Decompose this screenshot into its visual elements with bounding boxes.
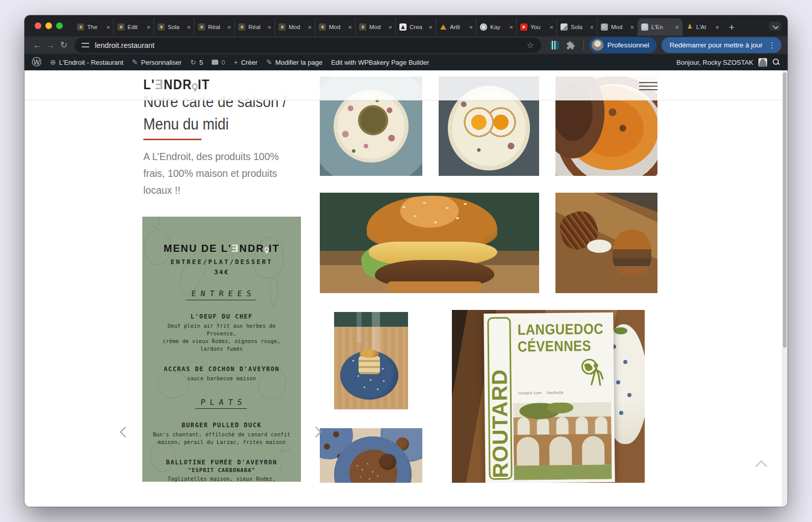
scroll-to-top-button[interactable] [755,460,768,469]
tab-label: Sola [571,24,582,30]
plats-section: PLATS [142,397,301,409]
pencil-icon: ✎ [266,58,272,66]
admin-new-content[interactable]: + Créer [234,58,258,66]
browser-tab[interactable]: Mod× [275,18,315,36]
browser-tab[interactable]: Mod× [597,18,638,36]
tab-close-icon[interactable]: × [308,23,312,31]
burger-bun-bottom-shape [387,281,482,292]
admin-comments[interactable]: 0 [212,59,225,66]
site-favicon-icon [319,23,326,31]
menu-card-subtitle: ENTREE/PLAT/DESSERT [142,258,301,266]
tab-close-icon[interactable]: × [549,23,553,31]
admin-site-menu[interactable]: ⊕ L'Endroit - Restaurant [50,58,123,66]
tab-close-icon[interactable]: × [388,23,392,31]
menu-card-price: 34€ [142,268,301,276]
pin-favicon-icon [601,23,608,31]
forward-button[interactable]: → [44,40,57,50]
close-window-button[interactable] [35,22,41,29]
tab-close-icon[interactable]: × [348,23,352,31]
extension-icon[interactable] [550,41,559,49]
site-settings-icon[interactable] [82,42,89,48]
intro-line: A L’Endroit, des produits 100% [143,148,279,165]
browser-tab[interactable]: Sola× [557,18,597,36]
restart-update-button[interactable]: Redémarrer pour mettre à jour ⋮ [662,37,781,53]
gallery-photo-burger-board[interactable] [555,193,657,293]
browser-tab[interactable]: Réal× [194,18,235,36]
carousel-next-arrow[interactable] [312,428,320,436]
tab-close-icon[interactable]: × [715,23,719,31]
admin-customize[interactable]: ✎ Personnaliser [132,58,182,66]
menu-card[interactable]: MENU DE L'ƎNDRIT ENTREE/PLAT/DESSERT 34€… [142,217,301,482]
carousel-prev-arrow[interactable] [121,428,129,436]
site-logo[interactable]: L'ƎNDRIT [143,77,210,93]
browser-tab[interactable]: Sola× [154,18,194,36]
browser-tab[interactable]: Crea× [396,18,436,36]
browser-tab[interactable]: Mod× [315,18,356,36]
routard-spine-text: ROUTARD [489,369,511,478]
menu-card-content: MENU DE L'ƎNDRIT ENTREE/PLAT/DESSERT 34€… [142,242,301,482]
routard-title-line2: CÉVENNES [518,337,604,355]
admin-wpbakery[interactable]: Edit with WPBakery Page Builder [331,59,429,66]
address-bar[interactable]: lendroit.restaurant ☆ [74,38,541,53]
tab-strip: The× Edit× Sola× Réal× Réal× Mod× Mod× M… [24,15,788,36]
card-title-pre: MENU DE L' [164,242,232,254]
browser-tab[interactable]: The× [73,18,114,36]
tab-close-icon[interactable]: × [675,23,679,31]
tab-close-icon[interactable]: × [146,23,150,31]
dish-description: Oeuf plein air frit aux herbes de Proven… [142,322,301,353]
tab-search-chevron-icon[interactable] [769,21,781,31]
admin-edit-page[interactable]: ✎ Modifier la page [266,58,322,66]
extensions-puzzle-icon[interactable] [566,41,575,50]
browser-tab[interactable]: Edit× [114,18,154,36]
reload-button[interactable]: ↻ [57,40,70,50]
admin-updates[interactable]: ↻ 5 [190,58,203,66]
browser-tab[interactable]: You× [517,18,557,36]
browser-menu-dots-icon[interactable]: ⋮ [768,41,776,50]
search-icon[interactable] [772,58,780,66]
tab-close-icon[interactable]: × [590,23,594,31]
new-label: Créer [241,59,258,66]
browser-tab[interactable]: Kay× [476,18,517,36]
photo-favicon-icon [561,23,568,31]
tab-close-icon[interactable]: × [187,23,191,31]
browser-tab[interactable]: Mod× [356,18,396,36]
browser-tab[interactable]: Artli× [436,18,476,36]
entrees-heading: ENTREES [186,289,258,300]
site-favicon-icon [117,23,124,31]
minimize-window-button[interactable] [45,22,52,29]
tab-close-icon[interactable]: × [509,23,513,31]
gallery-photo-burger-closeup[interactable] [320,193,539,293]
page-scrollbar[interactable] [782,70,788,507]
user-avatar[interactable] [758,58,767,67]
browser-tab[interactable]: L'At× [682,18,723,36]
toolbar-divider [583,41,584,50]
wordpress-logo-icon[interactable]: Ⓦ [32,56,41,69]
gallery-photo-routard-guide[interactable]: ROUTARD LANGUEDOC CÉVENNES routard.com h… [452,310,645,483]
gallery-photo-dessert-blue-plate[interactable] [334,312,408,409]
customize-label: Personnaliser [141,59,182,66]
url-text[interactable]: lendroit.restaurant [95,41,155,49]
scrollbar-thumb[interactable] [783,72,786,348]
bookmark-star-icon[interactable]: ☆ [527,40,534,50]
tab-close-icon[interactable]: × [227,23,231,31]
profile-avatar [592,39,603,51]
new-tab-button[interactable]: + [729,22,734,33]
tab-close-icon[interactable]: × [630,23,634,31]
back-button[interactable]: ← [31,40,44,50]
gallery-photo-chocolate-dessert[interactable] [320,428,422,483]
profile-chip[interactable]: Professionnel [589,37,656,53]
admin-greeting[interactable]: Bonjour, Rocky SZOSTAK [676,59,753,66]
tab-close-icon[interactable]: × [469,23,473,31]
comment-count: 0 [221,59,225,66]
browser-tab-active[interactable]: L'En× [638,18,682,36]
fullscreen-window-button[interactable] [56,22,63,29]
browser-tab[interactable]: Réal× [235,18,275,36]
triangle-favicon-icon [440,23,447,31]
tab-close-icon[interactable]: × [428,23,433,31]
logo-pre: L' [143,77,155,92]
tab-close-icon[interactable]: × [106,23,110,31]
update-button-label: Redémarrer pour mettre à jour [670,41,763,49]
tab-close-icon[interactable]: × [267,23,271,31]
hamburger-menu-icon[interactable] [639,82,657,92]
dish-name: ACCRAS DE COCHON D'AVEYRON [142,366,301,373]
